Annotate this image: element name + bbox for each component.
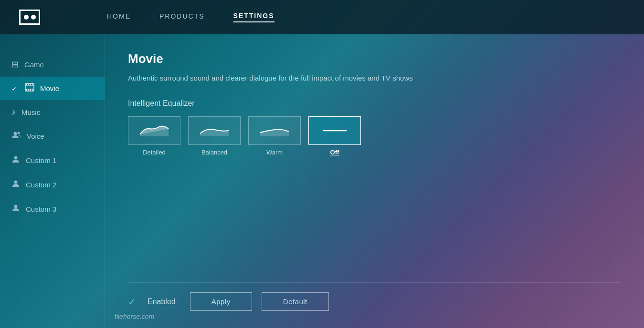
- svg-point-13: [14, 156, 18, 160]
- apply-button[interactable]: Apply: [190, 292, 252, 311]
- svg-point-14: [14, 181, 18, 184]
- svg-rect-5: [30, 83, 31, 85]
- page-title: Movie: [128, 51, 621, 66]
- sidebar-item-custom3[interactable]: Custom 3: [0, 198, 105, 220]
- enabled-check-icon: ✓: [128, 296, 136, 308]
- sidebar-item-voice-label: Voice: [27, 132, 44, 140]
- sidebar-item-game-label: Game: [24, 61, 44, 69]
- eq-options: Detailed Balanced: [128, 116, 621, 156]
- logo-right: [31, 15, 36, 20]
- sidebar-item-game[interactable]: ⊞ Game: [0, 53, 105, 75]
- sidebar-item-music[interactable]: ♪ Music: [0, 102, 105, 123]
- check-icon: ✓: [11, 85, 17, 92]
- eq-option-detailed[interactable]: Detailed: [128, 116, 180, 156]
- main-content: ⊞ Game ✓ Movie: [0, 34, 644, 328]
- svg-point-11: [14, 132, 17, 135]
- logo: [19, 10, 40, 25]
- logo-left: [24, 15, 29, 20]
- header: HOME PRODUCTS SETTINGS: [0, 0, 644, 34]
- music-icon: ♪: [11, 107, 16, 117]
- eq-btn-detailed[interactable]: [128, 116, 180, 145]
- eq-option-off[interactable]: Off: [308, 116, 361, 156]
- content-area: Movie Authentic surround sound and clear…: [105, 34, 644, 328]
- content-footer: ✓ Enabled Apply Default: [128, 282, 621, 311]
- eq-btn-balanced[interactable]: [188, 116, 241, 145]
- sidebar-item-movie[interactable]: ✓ Movie: [0, 77, 105, 100]
- svg-rect-4: [28, 83, 29, 85]
- nav-home[interactable]: HOME: [107, 12, 131, 22]
- eq-label-warm: Warm: [266, 149, 283, 156]
- sidebar-item-voice[interactable]: Voice: [0, 125, 105, 147]
- eq-option-warm[interactable]: Warm: [248, 116, 301, 156]
- svg-rect-10: [32, 89, 33, 91]
- eq-option-balanced[interactable]: Balanced: [188, 116, 241, 156]
- sidebar-item-custom3-label: Custom 3: [26, 205, 56, 213]
- content-description: Authentic surround sound and clearer dia…: [128, 73, 453, 84]
- game-icon: ⊞: [11, 59, 19, 70]
- nav-settings[interactable]: SETTINGS: [233, 12, 274, 22]
- svg-point-12: [18, 132, 20, 134]
- svg-rect-6: [32, 83, 33, 85]
- sidebar-item-music-label: Music: [21, 108, 40, 116]
- svg-point-15: [14, 205, 18, 208]
- sidebar-item-custom2-label: Custom 2: [26, 181, 56, 189]
- movie-icon: [25, 83, 34, 94]
- svg-rect-3: [26, 83, 27, 85]
- custom3-icon: [11, 204, 20, 215]
- custom2-icon: [11, 179, 20, 190]
- sidebar-item-custom1-label: Custom 1: [26, 156, 56, 164]
- eq-label-balanced: Balanced: [201, 149, 227, 156]
- eq-label: Intelligent Equalizer: [128, 99, 621, 108]
- header-nav: HOME PRODUCTS SETTINGS: [107, 12, 274, 22]
- custom1-icon: [11, 155, 20, 166]
- eq-label-off: Off: [330, 149, 339, 156]
- nav-products[interactable]: PRODUCTS: [159, 12, 205, 22]
- svg-rect-9: [30, 89, 31, 91]
- eq-btn-off[interactable]: [308, 116, 361, 145]
- eq-label-detailed: Detailed: [143, 149, 166, 156]
- watermark-text: fileh: [115, 313, 127, 320]
- eq-btn-warm[interactable]: [248, 116, 301, 145]
- logo-box: [19, 10, 40, 25]
- sidebar-item-custom1[interactable]: Custom 1: [0, 149, 105, 172]
- svg-rect-7: [26, 89, 27, 91]
- svg-rect-8: [28, 89, 29, 91]
- svg-rect-1: [25, 85, 34, 86]
- sidebar: ⊞ Game ✓ Movie: [0, 34, 105, 328]
- watermark-suffix: rse.com: [130, 313, 154, 320]
- default-button[interactable]: Default: [262, 292, 329, 311]
- watermark: filehorse.com: [115, 313, 154, 320]
- enabled-label: Enabled: [148, 297, 176, 306]
- sidebar-item-custom2[interactable]: Custom 2: [0, 174, 105, 196]
- sidebar-item-movie-label: Movie: [40, 84, 59, 92]
- voice-icon: [11, 131, 21, 142]
